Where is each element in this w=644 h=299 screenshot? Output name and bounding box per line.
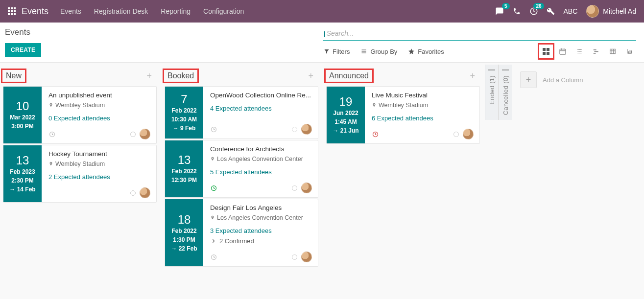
priority-dot[interactable]: [453, 132, 459, 137]
activities-button[interactable]: 26: [529, 7, 538, 16]
priority-dot[interactable]: [292, 127, 297, 132]
column-quick-add[interactable]: +: [467, 71, 478, 81]
search-row: |: [323, 27, 636, 41]
card-day: 18: [178, 214, 191, 226]
event-card[interactable]: 18Feb 20221:30 PM22 FebDesign Fair Los A…: [165, 199, 318, 267]
card-date: 7Feb 202210:30 AM9 Feb: [165, 87, 203, 138]
menu-configuration[interactable]: Configuration: [203, 7, 244, 15]
activity-indicator[interactable]: [210, 184, 217, 192]
card-location: Los Angeles Convention Center: [210, 156, 312, 162]
filters-label: Filters: [333, 48, 350, 55]
kanban-column: Booked+7Feb 202210:30 AM9 FebOpenWood Co…: [162, 65, 323, 268]
view-list[interactable]: [573, 46, 585, 57]
groupby-button[interactable]: Group By: [360, 48, 397, 55]
card-time: 1:30 PM: [173, 236, 195, 243]
menu-reporting[interactable]: Reporting: [161, 7, 191, 15]
confirmed-icon: [210, 238, 216, 244]
card-day: 13: [16, 155, 29, 166]
assignee-avatar[interactable]: [463, 129, 474, 139]
card-attendees[interactable]: 0 Expected attendees: [48, 115, 150, 122]
filters-button[interactable]: Filters: [324, 48, 350, 55]
kanban-column: New+10Mar 20223:00 PMAn unpublished even…: [0, 65, 162, 268]
pin-icon: [48, 161, 53, 167]
card-time: 10:30 AM: [171, 116, 197, 123]
activity-indicator[interactable]: [372, 131, 379, 138]
svg-rect-0: [8, 7, 10, 9]
activity-indicator[interactable]: [210, 126, 217, 133]
view-kanban[interactable]: [540, 46, 552, 57]
card-end: 9 Feb: [173, 125, 196, 132]
priority-dot[interactable]: [292, 254, 297, 260]
apps-icon[interactable]: [8, 7, 16, 15]
svg-rect-14: [560, 49, 566, 54]
messages-button[interactable]: 5: [495, 7, 504, 16]
phone-icon[interactable]: [513, 7, 521, 15]
card-date: 19Jun 20221:45 AM21 Jun: [327, 87, 365, 143]
event-card[interactable]: 13Feb 20232:30 PM14 FebHockey Tournament…: [3, 145, 157, 203]
activity-indicator[interactable]: [48, 131, 56, 138]
event-card[interactable]: 7Feb 202210:30 AM9 FebOpenWood Collectio…: [165, 86, 318, 139]
priority-dot[interactable]: [292, 185, 297, 191]
card-end: 22 Feb: [171, 245, 197, 252]
card-date: 18Feb 20221:30 PM22 Feb: [165, 199, 203, 266]
card-attendees[interactable]: 5 Expected attendees: [210, 168, 312, 176]
column-title[interactable]: Booked: [165, 70, 197, 81]
column-title[interactable]: New: [3, 70, 24, 81]
user-menu[interactable]: Mitchell Ad: [586, 5, 636, 18]
card-attendees[interactable]: 4 Expected attendees: [210, 105, 312, 112]
column-title[interactable]: Announced: [326, 70, 372, 81]
card-month: Jun 2022: [333, 110, 358, 116]
card-location: Wembley Stadium: [48, 102, 150, 109]
company-switcher[interactable]: ABC: [564, 7, 578, 15]
column-quick-add[interactable]: +: [143, 71, 155, 81]
svg-rect-13: [547, 52, 549, 55]
view-calendar[interactable]: [557, 46, 569, 57]
add-column-label: Add a Column: [543, 76, 583, 84]
card-month: Feb 2022: [171, 228, 196, 234]
menu-events[interactable]: Events: [60, 7, 81, 15]
menu-registration-desk[interactable]: Registration Desk: [94, 7, 148, 15]
svg-rect-4: [11, 10, 13, 12]
card-body: An unpublished eventWembley Stadium0 Exp…: [42, 87, 156, 143]
groupby-label: Group By: [370, 48, 397, 55]
event-card[interactable]: 19Jun 20221:45 AM21 JunLive Music Festiv…: [326, 86, 480, 144]
assignee-avatar[interactable]: [301, 252, 312, 262]
column-header: New+: [3, 65, 157, 86]
card-body: Hockey TournamentWembley Stadium2 Expect…: [42, 145, 156, 202]
create-button[interactable]: CREATE: [5, 43, 41, 57]
priority-dot[interactable]: [130, 190, 136, 196]
event-card[interactable]: 13Feb 202212:30 PMConference for Archite…: [165, 140, 318, 198]
assignee-avatar[interactable]: [301, 124, 312, 135]
svg-rect-11: [547, 48, 549, 51]
card-attendees[interactable]: 6 Expected attendees: [372, 115, 474, 122]
debug-icon[interactable]: [547, 7, 555, 15]
view-pivot[interactable]: [607, 46, 619, 57]
card-attendees[interactable]: 3 Expected attendees: [210, 227, 312, 234]
folded-column[interactable]: Cancelled (0): [499, 65, 512, 120]
view-gantt[interactable]: [590, 46, 602, 57]
avatar: [586, 5, 599, 18]
search-input[interactable]: [327, 29, 635, 37]
app-brand[interactable]: Events: [22, 6, 48, 17]
event-card[interactable]: 10Mar 20223:00 PMAn unpublished eventWem…: [3, 86, 157, 144]
priority-dot[interactable]: [130, 132, 136, 137]
column-header: Booked+: [165, 65, 318, 86]
card-attendees[interactable]: 2 Expected attendees: [48, 173, 150, 181]
assignee-avatar[interactable]: [301, 183, 312, 193]
activity-indicator[interactable]: [210, 253, 217, 261]
column-quick-add[interactable]: +: [305, 71, 316, 81]
assignee-avatar[interactable]: [140, 187, 150, 198]
pin-icon: [210, 215, 215, 221]
favorites-button[interactable]: Favorites: [408, 48, 444, 55]
assignee-avatar[interactable]: [140, 129, 150, 139]
card-date: 10Mar 20223:00 PM: [3, 87, 42, 143]
page-title: Events: [5, 27, 41, 37]
card-confirmed[interactable]: 2 Confirmed: [210, 237, 312, 245]
view-graph[interactable]: [623, 46, 635, 57]
svg-rect-6: [8, 13, 10, 15]
card-footer: [372, 125, 474, 139]
add-column[interactable]: + Add a Column: [512, 65, 591, 95]
card-time: 1:45 AM: [334, 118, 357, 125]
folded-column[interactable]: Ended (1): [485, 65, 499, 120]
fold-handle-icon: [488, 69, 495, 70]
